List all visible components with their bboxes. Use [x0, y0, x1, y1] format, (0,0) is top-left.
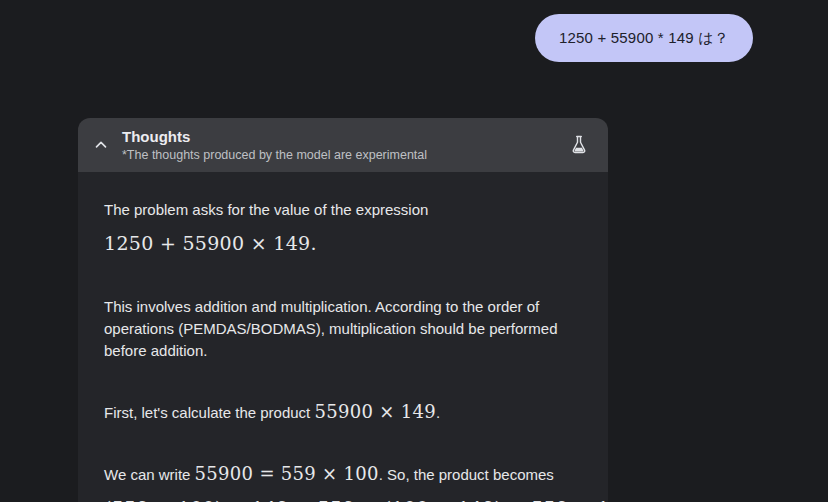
thoughts-title: Thoughts: [122, 128, 570, 145]
math-expression: (559 × 100) × 149 = 559 × (100 × 149) = …: [104, 495, 582, 502]
flask-icon: [570, 135, 588, 155]
thought-text: .: [436, 404, 440, 421]
math-expression: 55900 = 559 × 100: [195, 463, 379, 484]
thoughts-header-titles: Thoughts *The thoughts produced by the m…: [122, 128, 570, 163]
thought-paragraph: We can write 55900 = 559 × 100. So, the …: [104, 464, 582, 502]
thoughts-header[interactable]: Thoughts *The thoughts produced by the m…: [78, 118, 608, 172]
thought-text: We can write: [104, 466, 195, 483]
chevron-up-icon[interactable]: [92, 136, 110, 154]
math-expression: 55900 × 149: [314, 401, 435, 422]
thought-text: The problem asks for the value of the ex…: [104, 201, 428, 218]
thought-text: This involves addition and multiplicatio…: [104, 298, 558, 359]
thought-paragraph: First, let's calculate the product 55900…: [104, 402, 582, 424]
thought-paragraph: The problem asks for the value of the ex…: [104, 199, 582, 256]
math-expression: 1250 + 55900 × 149.: [104, 230, 582, 256]
user-message-text: 1250 + 55900 * 149 は？: [559, 29, 729, 48]
chat-page: { "colors": { "page_bg": "#1b1c1f", "pan…: [0, 0, 828, 502]
thoughts-content: The problem asks for the value of the ex…: [78, 172, 608, 502]
user-message-bubble: 1250 + 55900 * 149 は？: [535, 14, 753, 62]
thought-text: . So, the product becomes: [379, 466, 554, 483]
thought-text: First, let's calculate the product: [104, 404, 314, 421]
thoughts-disclaimer: *The thoughts produced by the model are …: [122, 148, 570, 163]
thought-paragraph: This involves addition and multiplicatio…: [104, 296, 582, 362]
thoughts-panel: Thoughts *The thoughts produced by the m…: [78, 118, 608, 502]
